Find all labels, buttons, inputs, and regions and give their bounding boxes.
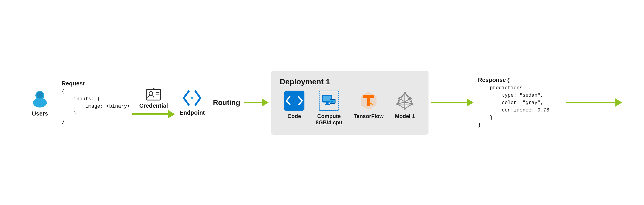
compute-icon: [321, 93, 337, 109]
deploy-item-code: Code: [284, 91, 304, 119]
deploy-item-model1: Model 1: [395, 91, 415, 119]
svg-point-8: [191, 97, 194, 99]
compute-label: Compute 8GB/4 cpu: [316, 113, 342, 126]
user-block: Users: [22, 88, 58, 117]
svg-rect-12: [326, 102, 328, 104]
deployment-icons-row: Code: [280, 91, 420, 126]
svg-point-4: [149, 91, 153, 95]
diagram-container: Users Request { inputs: { image: <binary…: [0, 0, 644, 205]
model-icon: [395, 91, 415, 111]
flow-row: Users Request { inputs: { image: <binary…: [22, 71, 622, 135]
arrow-final: [566, 98, 622, 107]
endpoint-label: Endpoint: [180, 109, 205, 116]
tensorflow-icon: [358, 91, 379, 111]
response-code: { predictions: { type: "sedan", color: "…: [478, 78, 550, 128]
svg-rect-16: [331, 101, 333, 102]
user-icon: [30, 88, 50, 108]
svg-point-32: [409, 97, 412, 100]
compute-icon-wrap: [319, 91, 339, 111]
deployment-title: Deployment 1: [280, 77, 420, 86]
request-code: { inputs: { image: <binary> } }: [62, 88, 130, 125]
credential-icon: [144, 87, 162, 102]
arrow-to-response: [431, 98, 474, 107]
svg-point-36: [404, 107, 406, 110]
svg-point-2: [36, 91, 44, 98]
user-label: Users: [32, 110, 48, 117]
request-label: Request: [62, 80, 130, 87]
code-icon: [284, 91, 304, 111]
svg-point-34: [396, 103, 398, 105]
model1-label: Model 1: [395, 113, 415, 119]
svg-point-35: [411, 103, 414, 105]
svg-point-30: [404, 92, 406, 94]
deploy-item-tensorflow: TensorFlow: [354, 91, 384, 119]
arrow-to-deployment: [244, 98, 269, 107]
svg-rect-13: [325, 104, 330, 105]
code-label: Code: [288, 113, 301, 119]
deploy-item-compute: Compute 8GB/4 cpu: [316, 91, 342, 126]
svg-point-31: [398, 97, 400, 100]
arrow-to-endpoint: [132, 110, 175, 118]
svg-point-7: [152, 88, 155, 90]
tensorflow-label: TensorFlow: [354, 113, 384, 119]
svg-rect-18: [363, 95, 374, 98]
endpoint-block: Endpoint: [180, 89, 205, 116]
response-label: Response: [478, 76, 506, 83]
endpoint-icon: [182, 89, 202, 107]
routing-label: Routing: [213, 98, 240, 107]
response-block: Response { predictions: { type: "sedan",…: [478, 76, 564, 129]
credential-label: Credential: [140, 102, 168, 109]
svg-point-33: [404, 101, 406, 103]
deployment-box: Deployment 1 Code: [271, 71, 428, 135]
